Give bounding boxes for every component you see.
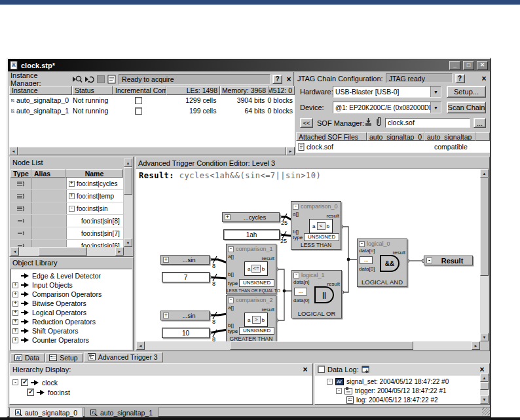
constant-10[interactable]: 10 [162, 328, 210, 338]
tab-auto-signaltap-0[interactable]: auto_signaltap_0 [9, 408, 83, 417]
collapse-sof-button[interactable]: << [300, 118, 313, 128]
expand-icon[interactable] [12, 310, 18, 316]
scroll-right-icon[interactable] [472, 341, 480, 350]
expand-icon[interactable] [225, 214, 231, 220]
data-log-vscrollbar[interactable] [480, 373, 489, 404]
alias-cell[interactable] [32, 215, 67, 227]
scroll-right-icon[interactable] [115, 247, 124, 256]
expand-icon[interactable] [12, 282, 18, 288]
data-log-close-icon[interactable] [477, 365, 487, 373]
expand-icon[interactable] [12, 319, 18, 325]
title-bar[interactable]: clock.stp* _ □ ✕ [8, 59, 490, 71]
hardware-select[interactable]: USB-Blaster [USB-0] [333, 86, 441, 98]
processing-page-icon[interactable] [107, 75, 117, 84]
col-tap0[interactable]: auto_signaltap_0 [367, 132, 424, 141]
alias-cell[interactable] [32, 178, 67, 189]
operator-box[interactable]: a <= b [244, 261, 268, 276]
comparison-0-block[interactable]: comparison_0 a[] b[] result a < b typeUN… [291, 201, 341, 250]
scroll-up-icon[interactable] [124, 159, 132, 167]
tab-data[interactable]: Data [10, 353, 45, 362]
device-select[interactable]: @1: EP20K200C/E (0x082000DD) [333, 102, 441, 113]
alias-cell[interactable] [32, 190, 67, 202]
scroll-down-icon[interactable] [480, 395, 489, 404]
scroll-down-icon[interactable] [124, 239, 132, 247]
scrollbar-thumb[interactable] [480, 382, 489, 390]
collapse-icon[interactable] [293, 204, 299, 210]
table-row[interactable]: auto_signaltap_0 Not running 1299 cells … [9, 95, 295, 105]
col-name[interactable]: Name [65, 169, 123, 178]
alias-cell[interactable] [32, 227, 67, 239]
comparison-1-block[interactable]: comparison_1 a[] b[] result a <= b typeU… [226, 244, 276, 294]
library-item[interactable]: Edge & Level Detector [12, 271, 130, 280]
col-m512[interactable]: M512: 0 [269, 86, 295, 95]
col-type[interactable]: Type [10, 169, 31, 178]
col-incremental-compile[interactable]: Incremental Compile [113, 86, 166, 95]
library-item[interactable]: Reduction Operators [12, 317, 130, 326]
node-list-vscrollbar[interactable] [124, 159, 132, 247]
trigger-editor-canvas[interactable]: Result: cycles<1ah&&(sin<=7||sin>10) [136, 169, 480, 341]
collapse-icon[interactable] [12, 379, 18, 385]
hierarchy-node-clock[interactable]: clock [12, 377, 310, 387]
hierarchy-close-icon[interactable] [301, 365, 310, 373]
tab-auto-signaltap-1[interactable]: auto_signaltap_1 [84, 408, 158, 417]
tab-setup[interactable]: Setup [45, 353, 83, 362]
scrollbar-thumb[interactable] [124, 167, 132, 195]
library-item[interactable]: Bitwise Operators [12, 299, 130, 308]
type-value[interactable]: UNSIGNED [239, 279, 274, 287]
collapse-icon[interactable] [426, 258, 432, 263]
expand-icon[interactable] [12, 301, 18, 307]
browse-sof-button[interactable]: ... [474, 118, 486, 128]
scroll-up-icon[interactable] [480, 373, 489, 382]
hierarchy-node-fooinst[interactable]: foo:inst [12, 387, 310, 397]
port-mid[interactable]: ... [360, 256, 373, 264]
expand-icon[interactable] [12, 328, 18, 334]
operator-box[interactable]: a < b [309, 219, 333, 233]
col-alias[interactable]: Alias [31, 169, 65, 178]
program-device-icon[interactable] [363, 117, 373, 127]
col-memory[interactable]: Memory: 3968 [220, 86, 269, 95]
expand-icon[interactable] [12, 337, 18, 343]
data-log-checkbox[interactable] [318, 366, 325, 373]
comparison-2-block[interactable]: comparison_2 a[] b[] result a > b typeUN… [226, 295, 276, 341]
sof-file-field[interactable]: clock.sof [385, 118, 470, 128]
scrollbar-thumb[interactable] [480, 178, 489, 276]
collapse-icon[interactable] [336, 388, 342, 394]
col-instance[interactable]: Instance [9, 86, 72, 95]
chevron-down-icon[interactable] [430, 86, 441, 97]
operator-box[interactable]: a > b [244, 313, 268, 327]
setup-button[interactable]: Setup... [447, 86, 486, 98]
input-bus-cycles[interactable]: ...cycles [222, 212, 280, 222]
type-value[interactable]: UNSIGNED [304, 233, 339, 241]
alias-cell[interactable] [32, 202, 67, 214]
node-row[interactable]: foo:inst|temp [10, 190, 123, 202]
scroll-down-icon[interactable] [480, 333, 489, 341]
fooinst-checkbox[interactable] [27, 389, 34, 396]
col-attached-sof[interactable]: Attached SOF Files [296, 132, 367, 141]
collapse-icon[interactable] [228, 297, 234, 303]
attach-sof-icon[interactable] [375, 117, 382, 127]
tab-advanced-trigger[interactable]: Advanced Trigger 3 [84, 352, 163, 362]
run-analysis-icon[interactable] [72, 75, 83, 84]
type-value[interactable]: UNSIGNED [239, 327, 274, 335]
expand-icon[interactable] [12, 292, 18, 297]
maximize-button[interactable]: □ [463, 61, 474, 70]
library-item[interactable]: Comparison Operators [12, 290, 130, 299]
scroll-right-icon[interactable] [286, 147, 295, 155]
node-row[interactable]: foo:inst|sin[7] [10, 227, 123, 240]
autorun-analysis-icon[interactable] [84, 75, 95, 84]
node-row[interactable]: foo:inst|sin[8] [10, 215, 123, 227]
incremental-compile-checkbox[interactable] [135, 97, 142, 104]
instance-hscrollbar[interactable] [9, 147, 295, 155]
expand-icon[interactable] [69, 193, 75, 199]
logical-0-block[interactable]: logical_0 data[n] ... data[0] result && … [357, 239, 407, 287]
expand-icon[interactable] [163, 313, 169, 318]
sof-table-row[interactable]: clock.sof compatible [296, 141, 490, 153]
node-row[interactable]: foo:inst|cycles [10, 178, 123, 190]
node-list-hscrollbar[interactable] [10, 247, 124, 256]
log-entry-signal-set[interactable]: signal_set: 2004/05/12 18:47:22 #0 [327, 377, 488, 386]
expand-icon[interactable] [69, 181, 75, 187]
instance-manager-close-icon[interactable] [284, 75, 293, 83]
collapse-icon[interactable] [359, 241, 365, 247]
col-tap1[interactable]: auto_signaltap_1 [424, 132, 475, 141]
close-button[interactable]: ✕ [477, 61, 488, 70]
